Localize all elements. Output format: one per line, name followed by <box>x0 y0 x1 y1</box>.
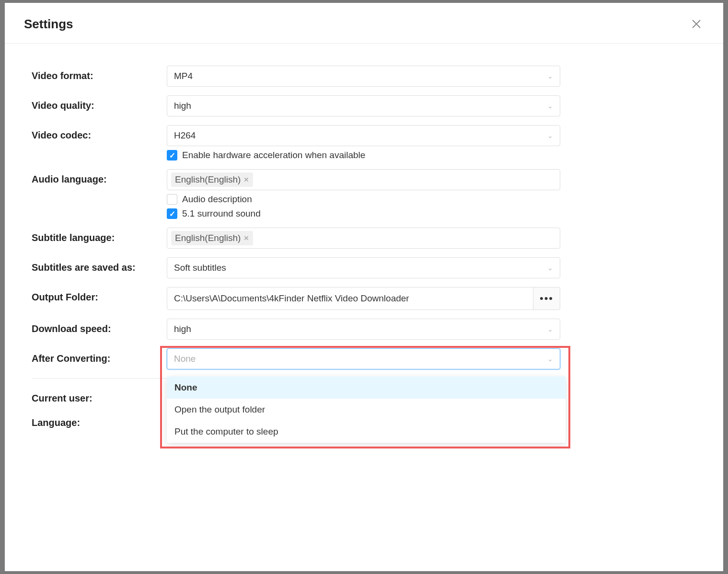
dropdown-option-none[interactable]: None <box>167 377 566 399</box>
modal-header: Settings <box>5 3 723 44</box>
row-output-folder: Output Folder: C:\Users\A\Documents\4kFi… <box>5 287 723 310</box>
select-video-quality[interactable]: high ⌄ <box>167 95 560 116</box>
tag-input-subtitle-language[interactable]: English(English) ✕ <box>167 228 560 249</box>
output-folder-value: C:\Users\A\Documents\4kFinder Netflix Vi… <box>174 293 409 304</box>
select-placeholder: None <box>174 354 543 364</box>
row-video-codec: Video codec: H264 ⌄ Enable hardware acce… <box>5 125 723 161</box>
label-current-user: Current user: <box>32 388 167 404</box>
checkbox-hw-accel-label: Enable hardware acceleration when availa… <box>182 150 365 161</box>
select-download-speed[interactable]: high ⌄ <box>167 319 560 340</box>
tag-remove-icon[interactable]: ✕ <box>243 235 249 241</box>
select-subtitles-saved[interactable]: Soft subtitles ⌄ <box>167 257 560 278</box>
checkbox-audio-desc-label: Audio description <box>182 194 252 205</box>
output-folder-path[interactable]: C:\Users\A\Documents\4kFinder Netflix Vi… <box>167 287 533 310</box>
tag-audio-english: English(English) ✕ <box>171 172 253 187</box>
modal-title: Settings <box>24 17 73 32</box>
row-audio-language: Audio language: English(English) ✕ Audio… <box>5 169 723 219</box>
browse-folder-button[interactable]: ••• <box>533 287 560 310</box>
select-value: high <box>174 324 543 334</box>
tag-remove-icon[interactable]: ✕ <box>243 176 249 183</box>
chevron-down-icon: ⌄ <box>547 102 553 110</box>
chevron-down-icon: ⌄ <box>547 325 553 333</box>
select-video-codec[interactable]: H264 ⌄ <box>167 125 560 146</box>
row-after-converting: After Converting: None ⌄ <box>5 348 723 369</box>
select-value: high <box>174 101 543 111</box>
label-download-speed: Download speed: <box>32 319 167 334</box>
select-value: MP4 <box>174 71 543 81</box>
label-after-converting: After Converting: <box>32 348 167 364</box>
row-subtitles-saved: Subtitles are saved as: Soft subtitles ⌄ <box>5 257 723 278</box>
label-video-format: Video format: <box>32 66 167 81</box>
label-language: Language: <box>32 413 167 428</box>
checkbox-surround-label: 5.1 surround sound <box>182 208 261 219</box>
close-button[interactable] <box>689 16 704 32</box>
chevron-down-icon: ⌄ <box>547 264 553 272</box>
chevron-down-icon: ⌄ <box>547 72 553 80</box>
row-subtitle-language: Subtitle language: English(English) ✕ <box>5 228 723 249</box>
label-video-codec: Video codec: <box>32 125 167 141</box>
checkbox-surround-sound[interactable] <box>167 208 177 219</box>
select-after-converting[interactable]: None ⌄ <box>167 348 560 369</box>
tag-label: English(English) <box>175 233 241 243</box>
checkbox-hw-accel-row: Enable hardware acceleration when availa… <box>167 150 560 161</box>
close-icon <box>692 19 701 29</box>
checkbox-audio-desc-row: Audio description <box>167 194 560 205</box>
settings-modal: Settings Video format: MP4 ⌄ Video quali… <box>5 3 723 571</box>
row-video-format: Video format: MP4 ⌄ <box>5 66 723 87</box>
row-video-quality: Video quality: high ⌄ <box>5 95 723 116</box>
modal-body: Video format: MP4 ⌄ Video quality: high … <box>5 44 723 571</box>
ellipsis-icon: ••• <box>540 292 554 305</box>
chevron-down-icon: ⌄ <box>547 132 553 139</box>
select-value: H264 <box>174 130 543 141</box>
tag-label: English(English) <box>175 174 241 185</box>
label-subtitles-saved: Subtitles are saved as: <box>32 257 167 273</box>
select-value: Soft subtitles <box>174 263 543 273</box>
checkbox-audio-description[interactable] <box>167 194 177 205</box>
chevron-down-icon: ⌄ <box>547 355 553 363</box>
dropdown-option-sleep[interactable]: Put the computer to sleep <box>167 421 566 443</box>
tag-input-audio-language[interactable]: English(English) ✕ <box>167 169 560 190</box>
dropdown-after-converting: None Open the output folder Put the comp… <box>167 377 566 443</box>
label-audio-language: Audio language: <box>32 169 167 185</box>
tag-subtitle-english: English(English) ✕ <box>171 231 253 245</box>
select-video-format[interactable]: MP4 ⌄ <box>167 66 560 87</box>
dropdown-option-open-folder[interactable]: Open the output folder <box>167 399 566 421</box>
row-download-speed: Download speed: high ⌄ <box>5 319 723 340</box>
label-output-folder: Output Folder: <box>32 287 167 303</box>
label-subtitle-language: Subtitle language: <box>32 228 167 243</box>
label-video-quality: Video quality: <box>32 95 167 111</box>
checkbox-hw-accel[interactable] <box>167 150 177 161</box>
checkbox-surround-row: 5.1 surround sound <box>167 208 560 219</box>
